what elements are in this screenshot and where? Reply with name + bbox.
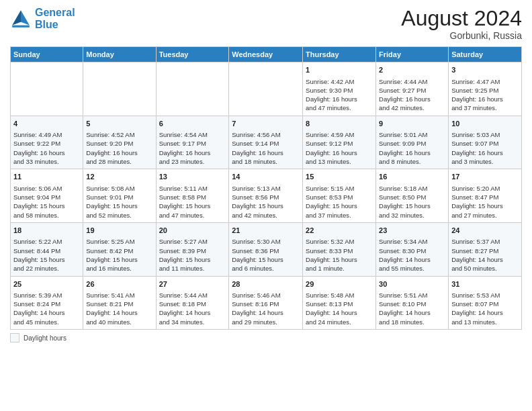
calendar-header-row: SundayMondayTuesdayWednesdayThursdayFrid… (11, 47, 522, 62)
day-info: and 8 minutes. (379, 157, 445, 166)
day-info: Sunset: 9:04 PM (13, 193, 80, 201)
day-info: and 24 minutes. (306, 318, 373, 326)
day-number: 3 (451, 65, 519, 75)
day-info: Sunrise: 5:44 AM (159, 291, 226, 300)
day-info: Sunset: 9:17 PM (159, 139, 226, 148)
day-info: Sunset: 8:58 PM (159, 193, 226, 201)
day-info: and 29 minutes. (232, 318, 300, 326)
day-number: 4 (13, 119, 80, 129)
day-info: Daylight: 14 hours (379, 308, 445, 317)
calendar-cell: 1Sunrise: 4:42 AMSunset: 9:30 PMDaylight… (303, 62, 376, 116)
day-number: 14 (232, 172, 300, 182)
day-info: Daylight: 15 hours (159, 201, 226, 210)
day-info: and 42 minutes. (379, 103, 445, 112)
day-info: Sunset: 8:47 PM (451, 193, 519, 201)
page-header: General Blue August 2024 Gorbunki, Russi… (10, 7, 522, 41)
day-info: and 16 minutes. (86, 264, 152, 273)
day-info: Daylight: 16 hours (379, 148, 445, 157)
calendar-cell: 16Sunrise: 5:18 AMSunset: 8:50 PMDayligh… (376, 169, 449, 223)
main-container: General Blue August 2024 Gorbunki, Russi… (0, 0, 532, 346)
day-info: and 27 minutes. (451, 211, 519, 220)
calendar-cell: 4Sunrise: 4:49 AMSunset: 9:22 PMDaylight… (11, 116, 83, 169)
day-info: Daylight: 16 hours (306, 95, 373, 103)
day-info: Sunrise: 5:13 AM (232, 184, 300, 193)
svg-marker-0 (21, 10, 30, 25)
day-number: 21 (232, 226, 300, 236)
day-info: Sunrise: 5:03 AM (451, 130, 519, 139)
calendar-week-row: 25Sunrise: 5:39 AMSunset: 8:24 PMDayligh… (11, 276, 522, 330)
calendar-cell: 8Sunrise: 4:59 AMSunset: 9:12 PMDaylight… (303, 116, 376, 169)
day-info: Sunset: 8:10 PM (379, 300, 445, 308)
day-number: 7 (232, 119, 300, 129)
day-info: Sunset: 8:30 PM (379, 246, 445, 255)
day-info: and 28 minutes. (86, 157, 152, 166)
calendar-cell: 20Sunrise: 5:27 AMSunset: 8:39 PMDayligh… (156, 222, 229, 276)
day-number: 29 (306, 279, 373, 289)
day-info: Sunrise: 5:48 AM (306, 291, 373, 300)
day-info: Sunrise: 5:08 AM (86, 184, 152, 193)
calendar-cell: 13Sunrise: 5:11 AMSunset: 8:58 PMDayligh… (156, 169, 229, 223)
day-info: Daylight: 16 hours (159, 148, 226, 157)
calendar-cell: 17Sunrise: 5:20 AMSunset: 8:47 PMDayligh… (449, 169, 522, 223)
day-info: and 1 minute. (306, 264, 373, 273)
day-info: Sunset: 8:53 PM (306, 193, 373, 201)
calendar-cell: 18Sunrise: 5:22 AMSunset: 8:44 PMDayligh… (11, 222, 83, 276)
day-info: Sunset: 8:16 PM (232, 300, 300, 308)
day-number: 20 (159, 226, 226, 236)
day-info: Sunrise: 5:30 AM (232, 237, 300, 246)
day-info: Sunrise: 5:15 AM (306, 184, 373, 193)
day-info: Sunrise: 5:41 AM (86, 291, 152, 300)
day-info: Sunset: 9:09 PM (379, 139, 445, 148)
day-info: and 13 minutes. (306, 157, 373, 166)
day-info: Daylight: 14 hours (86, 308, 152, 317)
calendar-cell: 9Sunrise: 5:01 AMSunset: 9:09 PMDaylight… (376, 116, 449, 169)
day-info: Daylight: 14 hours (232, 308, 300, 317)
calendar-cell (156, 62, 229, 116)
day-info: Daylight: 16 hours (232, 148, 300, 157)
day-info: Daylight: 15 hours (86, 255, 152, 264)
day-info: Sunrise: 5:27 AM (159, 237, 226, 246)
day-info: Sunset: 9:27 PM (379, 86, 445, 95)
day-number: 22 (306, 226, 373, 236)
day-info: Sunrise: 5:22 AM (13, 237, 80, 246)
calendar-cell: 2Sunrise: 4:44 AMSunset: 9:27 PMDaylight… (376, 62, 449, 116)
svg-marker-1 (12, 10, 21, 25)
day-info: Sunrise: 5:37 AM (451, 237, 519, 246)
day-info: Sunrise: 4:42 AM (306, 77, 373, 86)
day-info: and 18 minutes. (232, 157, 300, 166)
calendar-cell (83, 62, 156, 116)
col-header-wednesday: Wednesday (229, 47, 303, 62)
day-info: and 32 minutes. (379, 211, 445, 220)
calendar-cell: 31Sunrise: 5:53 AMSunset: 8:07 PMDayligh… (449, 276, 522, 330)
day-info: and 52 minutes. (86, 211, 152, 220)
calendar-week-row: 11Sunrise: 5:06 AMSunset: 9:04 PMDayligh… (11, 169, 522, 223)
location-subtitle: Gorbunki, Russia (401, 30, 522, 41)
day-info: Daylight: 15 hours (232, 255, 300, 264)
day-info: Sunrise: 5:53 AM (451, 291, 519, 300)
day-info: Daylight: 16 hours (306, 148, 373, 157)
calendar-cell: 26Sunrise: 5:41 AMSunset: 8:21 PMDayligh… (83, 276, 156, 330)
day-info: Sunset: 9:20 PM (86, 139, 152, 148)
day-number: 10 (451, 119, 519, 129)
calendar-week-row: 1Sunrise: 4:42 AMSunset: 9:30 PMDaylight… (11, 62, 522, 116)
day-info: Sunrise: 5:46 AM (232, 291, 300, 300)
day-info: Sunrise: 4:54 AM (159, 130, 226, 139)
day-info: Daylight: 15 hours (86, 201, 152, 210)
calendar-cell: 28Sunrise: 5:46 AMSunset: 8:16 PMDayligh… (229, 276, 303, 330)
day-number: 17 (451, 172, 519, 182)
day-number: 27 (159, 279, 226, 289)
calendar-cell: 11Sunrise: 5:06 AMSunset: 9:04 PMDayligh… (11, 169, 83, 223)
day-info: Sunset: 8:07 PM (451, 300, 519, 308)
day-info: Sunrise: 4:56 AM (232, 130, 300, 139)
day-info: and 18 minutes. (379, 318, 445, 326)
day-number: 11 (13, 172, 80, 182)
calendar-cell: 27Sunrise: 5:44 AMSunset: 8:18 PMDayligh… (156, 276, 229, 330)
title-block: August 2024 Gorbunki, Russia (401, 7, 522, 41)
day-info: Sunrise: 4:44 AM (379, 77, 445, 86)
day-info: Sunrise: 5:51 AM (379, 291, 445, 300)
col-header-saturday: Saturday (449, 47, 522, 62)
calendar-cell (11, 62, 83, 116)
day-info: Sunset: 9:12 PM (306, 139, 373, 148)
calendar-cell: 21Sunrise: 5:30 AMSunset: 8:36 PMDayligh… (229, 222, 303, 276)
day-info: Sunset: 8:42 PM (86, 246, 152, 255)
